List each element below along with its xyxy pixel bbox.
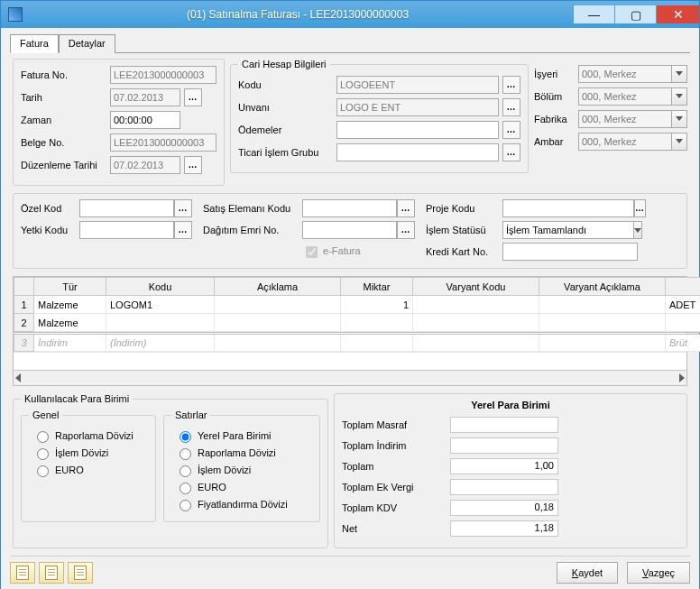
- lines-grid[interactable]: Tür Kodu Açıklama Miktar Varyant Kodu Va…: [13, 276, 687, 386]
- grid-cell[interactable]: 1: [341, 296, 413, 314]
- input-cari-kodu[interactable]: [336, 76, 499, 94]
- label-ambar: Ambar: [534, 136, 575, 147]
- grid-cell[interactable]: [215, 314, 341, 332]
- grid-cell[interactable]: [413, 334, 539, 352]
- combo-bolum-arrow[interactable]: [672, 87, 687, 106]
- scroll-right-icon[interactable]: [679, 373, 685, 382]
- grid-cell[interactable]: [666, 314, 701, 332]
- table-row[interactable]: 1MalzemeLOGOM11ADET: [14, 296, 701, 314]
- scroll-left-icon[interactable]: [15, 373, 21, 382]
- proje-kodu-lookup-button[interactable]: …: [634, 199, 646, 217]
- grid-cell[interactable]: [413, 314, 539, 332]
- input-tarih[interactable]: [110, 88, 180, 106]
- yetki-kodu-lookup-button[interactable]: …: [174, 221, 192, 239]
- radio-genel-euro[interactable]: EURO: [32, 463, 148, 477]
- input-proje-kodu[interactable]: [502, 199, 634, 217]
- grid-cell[interactable]: [539, 314, 666, 332]
- input-odemeler[interactable]: [336, 121, 499, 139]
- combo-isyeri-arrow[interactable]: [672, 65, 687, 83]
- minimize-button[interactable]: —: [573, 5, 614, 23]
- cari-unvani-lookup-button[interactable]: …: [502, 98, 520, 116]
- duzenleme-tarihi-picker-button[interactable]: …: [184, 156, 202, 174]
- grid-cell[interactable]: İndirim: [34, 334, 106, 352]
- input-dagitim-emri-no[interactable]: [302, 221, 397, 239]
- grid-cell[interactable]: LOGOM1: [106, 296, 215, 314]
- col-rownum[interactable]: [14, 278, 34, 296]
- grid-cell[interactable]: [413, 296, 539, 314]
- table-row[interactable]: 3İndirim(İndirim)Brüt: [14, 334, 701, 352]
- col-tur[interactable]: Tür: [34, 278, 106, 296]
- vazgec-button[interactable]: Vazgeç: [627, 562, 690, 584]
- grid-cell[interactable]: [215, 296, 341, 314]
- input-belge-no[interactable]: [110, 133, 216, 152]
- dagitim-emri-no-lookup-button[interactable]: …: [397, 221, 415, 239]
- grid-cell[interactable]: [215, 334, 341, 352]
- cari-kodu-lookup-button[interactable]: …: [502, 76, 520, 94]
- tool-button-2[interactable]: [39, 562, 64, 584]
- tarih-picker-button[interactable]: …: [184, 88, 202, 106]
- grid-cell[interactable]: ADET: [666, 296, 701, 314]
- combo-islem-statusu[interactable]: [502, 221, 634, 239]
- grid-cell[interactable]: (İndirim): [106, 334, 215, 352]
- combo-ambar-arrow[interactable]: [672, 133, 687, 151]
- odemeler-lookup-button[interactable]: …: [502, 121, 520, 139]
- col-kodu[interactable]: Kodu: [106, 278, 215, 296]
- row-number-cell[interactable]: 2: [14, 314, 34, 332]
- grid-empty-row[interactable]: [14, 352, 686, 370]
- radio-sat-islem[interactable]: İşlem Dövizi: [175, 463, 312, 477]
- tool-button-1[interactable]: [10, 562, 35, 584]
- grid-cell[interactable]: Malzeme: [34, 314, 106, 332]
- grid-cell[interactable]: Brüt: [666, 334, 701, 352]
- col-aciklama[interactable]: Açıklama: [215, 278, 341, 296]
- input-fatura-no[interactable]: [110, 66, 216, 84]
- col-varyant-kodu[interactable]: Varyant Kodu: [413, 278, 539, 296]
- maximize-button[interactable]: ▢: [614, 5, 656, 23]
- kaydet-button[interactable]: Kaydet: [557, 562, 618, 584]
- radio-sat-yerel[interactable]: Yerel Para Birimi: [175, 428, 312, 443]
- label-cari-kodu: Kodu: [238, 79, 333, 90]
- input-ozel-kod[interactable]: [79, 199, 174, 217]
- radio-genel-raporlama[interactable]: Raporlama Dövizi: [32, 428, 148, 443]
- grid-cell[interactable]: [341, 334, 413, 352]
- col-varyant-aciklama[interactable]: Varyant Açıklama: [539, 278, 666, 296]
- input-cari-unvani[interactable]: [336, 98, 499, 116]
- tab-detaylar[interactable]: Detaylar: [59, 34, 115, 53]
- tab-fatura[interactable]: Fatura: [10, 34, 59, 53]
- combo-isyeri[interactable]: [578, 65, 672, 83]
- col-birim[interactable]: [666, 278, 701, 296]
- titlebar[interactable]: (01) Satınalma Faturası - LEE20130000000…: [1, 1, 699, 28]
- input-kredi-kart-no[interactable]: [502, 243, 638, 261]
- input-ticari-islem-grubu[interactable]: [336, 143, 499, 161]
- satis-elemani-kodu-lookup-button[interactable]: …: [397, 199, 415, 217]
- radio-sat-raporlama[interactable]: Raporlama Dövizi: [175, 446, 312, 460]
- grid-cell[interactable]: [539, 334, 666, 352]
- combo-ambar[interactable]: [578, 133, 672, 151]
- combo-bolum[interactable]: [578, 87, 672, 106]
- input-duzenleme-tarihi[interactable]: [110, 156, 180, 174]
- combo-fabrika[interactable]: [578, 110, 672, 128]
- combo-islem-statusu-arrow[interactable]: [634, 221, 642, 239]
- col-miktar[interactable]: Miktar: [341, 278, 413, 296]
- radio-sat-euro[interactable]: EURO: [175, 480, 312, 494]
- row-number-cell[interactable]: 3: [14, 334, 34, 352]
- row-number-cell[interactable]: 1: [14, 296, 34, 314]
- input-yetki-kodu[interactable]: [79, 221, 174, 239]
- radio-genel-islem[interactable]: İşlem Dövizi: [32, 446, 148, 460]
- radio-sat-fiyat[interactable]: Fiyatlandırma Dövizi: [175, 497, 312, 511]
- tool-button-3[interactable]: [68, 562, 93, 584]
- grid-cell[interactable]: Malzeme: [34, 296, 106, 314]
- close-button[interactable]: ✕: [656, 5, 699, 23]
- document-icon: [45, 566, 58, 580]
- label-proje-kodu: Proje Kodu: [426, 203, 502, 214]
- input-satis-elemani-kodu[interactable]: [302, 199, 397, 217]
- input-zaman[interactable]: [110, 111, 180, 129]
- grid-cell[interactable]: [539, 296, 666, 314]
- combo-fabrika-arrow[interactable]: [672, 110, 687, 128]
- ticari-islem-grubu-lookup-button[interactable]: …: [502, 143, 520, 161]
- ozel-kod-lookup-button[interactable]: …: [174, 199, 192, 217]
- grid-cell[interactable]: [341, 314, 413, 332]
- grid-cell[interactable]: [106, 314, 215, 332]
- table-row[interactable]: 2Malzeme: [14, 314, 701, 332]
- grid-horizontal-scrollbar[interactable]: [14, 370, 686, 385]
- window-title: (01) Satınalma Faturası - LEE20130000000…: [23, 8, 573, 21]
